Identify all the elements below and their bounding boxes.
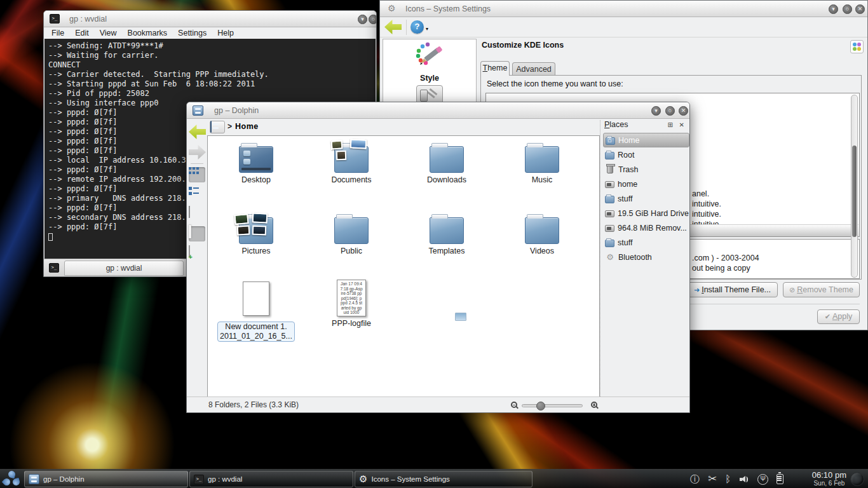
menu-edit[interactable]: Edit: [75, 29, 89, 37]
split-view-icon: +: [189, 245, 190, 257]
places-item-root[interactable]: Root: [603, 147, 689, 162]
folder-tile-templates[interactable]: Templates: [408, 212, 485, 255]
forward-arrow-icon: [189, 145, 206, 159]
menu-view[interactable]: View: [100, 29, 117, 37]
file-tile-ppp-logfile[interactable]: Jan 17 09:4 7:18 gp-Asp ire-5738 pp pd[1…: [313, 278, 390, 328]
task-wvdial[interactable]: >_ gp : wvdial: [189, 471, 353, 487]
folder-tile-pictures[interactable]: Pictures: [217, 212, 295, 255]
maximize-button[interactable]: ○: [369, 15, 376, 24]
menu-help[interactable]: Help: [217, 29, 234, 37]
help-icon[interactable]: ?: [410, 20, 424, 34]
check-icon: ✔: [825, 313, 831, 320]
zoom-out-icon[interactable]: [511, 402, 517, 408]
volume-icon[interactable]: [739, 475, 749, 484]
dolphin-statusbar: 8 Folders, 2 Files (3.3 KiB): [187, 396, 689, 412]
folder-tile-public[interactable]: Public: [313, 212, 390, 255]
tab-theme[interactable]: Theme: [480, 61, 510, 76]
zoom-slider[interactable]: [522, 404, 583, 407]
theme-description-fragment: out being a copy: [692, 264, 750, 273]
zoom-in-icon[interactable]: [591, 402, 597, 408]
folder-tile-documents[interactable]: Documents: [313, 141, 390, 184]
folder-tile-music[interactable]: Music: [503, 141, 581, 184]
trash-icon: [607, 165, 613, 173]
minimize-button[interactable]: ▾: [358, 15, 367, 24]
dolphin-title: gp – Dolphin: [214, 106, 259, 115]
places-item-home[interactable]: ⌂ Home: [603, 133, 689, 147]
zoom-slider-handle[interactable]: [536, 402, 545, 410]
breadcrumb-home-button[interactable]: [210, 121, 225, 133]
dolphin-titlebar[interactable]: gp – Dolphin ▾ ○ ✕: [187, 102, 689, 119]
folder-label: Downloads: [408, 175, 485, 184]
minimize-button[interactable]: ▾: [829, 4, 838, 14]
removable-drive-icon: [605, 225, 614, 232]
remove-theme-button[interactable]: ⊘Remove Theme: [783, 282, 860, 297]
folder-view[interactable]: Desktop Documents Downloads Music: [207, 135, 600, 398]
clock-date: Sun, 6 Feb: [812, 480, 846, 487]
file-tile-new-document[interactable]: New document 1. 2011_01_20_16_5...: [217, 278, 295, 342]
maximize-button[interactable]: ○: [843, 4, 852, 14]
battery-icon[interactable]: [776, 474, 783, 484]
chevron-down-icon[interactable]: ▾: [426, 26, 428, 32]
taskbar: gp – Dolphin >_ gp : wvdial ⚙ Icons – Sy…: [0, 469, 868, 488]
blank-document-icon: [243, 281, 269, 316]
back-button[interactable]: [189, 124, 205, 139]
close-button[interactable]: ✕: [855, 4, 865, 14]
breadcrumb-separator: >: [227, 122, 232, 131]
sidebar-item-style[interactable]: Style: [383, 42, 476, 83]
folder-tile-videos[interactable]: Videos: [503, 212, 581, 255]
places-panel-header[interactable]: Places ⊞ ✕: [603, 120, 689, 133]
columns-view-button[interactable]: [189, 207, 205, 222]
places-item-trash[interactable]: Trash: [603, 162, 689, 177]
apply-button[interactable]: ✔Apply: [817, 309, 860, 324]
terminal-titlebar[interactable]: >_ gp : wvdial ▾ ○ ✕: [44, 11, 376, 27]
details-view-button[interactable]: [189, 187, 205, 202]
task-dolphin[interactable]: gp – Dolphin: [24, 471, 188, 487]
info-tray-icon[interactable]: ⓘ: [690, 474, 700, 484]
folder-icon: [525, 217, 559, 244]
scrollbar-thumb[interactable]: [852, 146, 857, 237]
breadcrumb-home-label[interactable]: Home: [235, 122, 259, 131]
places-item-removable[interactable]: 964.8 MiB Remov...: [603, 220, 689, 235]
icons-view-button[interactable]: [189, 167, 205, 182]
preview-toggle-button[interactable]: [189, 226, 205, 241]
split-view-button[interactable]: +: [189, 246, 205, 261]
clock[interactable]: 06:10 pm Sun, 6 Feb: [812, 470, 846, 487]
maximize-button[interactable]: ○: [665, 106, 675, 116]
terminal-title: gp : wvdial: [69, 15, 107, 24]
hard-drive-icon: [605, 181, 614, 188]
folder-tile-downloads[interactable]: Downloads: [408, 141, 485, 184]
clipboard-scissors-icon[interactable]: ✂: [708, 474, 717, 484]
terminal-icon: >_: [194, 475, 204, 484]
back-arrow-icon[interactable]: [384, 20, 402, 34]
places-item-hard-drive[interactable]: 19.5 GiB Hard Drive: [603, 206, 689, 220]
install-theme-button[interactable]: ➜Install Theme File...: [687, 282, 778, 297]
minimize-button[interactable]: ▾: [651, 106, 661, 116]
task-system-settings[interactable]: ⚙ Icons – System Settings: [355, 471, 532, 487]
columns-view-icon: [189, 206, 190, 218]
bluetooth-tray-icon[interactable]: ᛒ: [725, 474, 731, 484]
menu-file[interactable]: File: [51, 29, 64, 37]
terminal-tab[interactable]: gp : wvdial: [64, 261, 184, 276]
page-title: Customize KDE Icons: [482, 41, 564, 50]
close-button[interactable]: ✕: [679, 106, 688, 116]
places-item-home-partition[interactable]: home: [603, 177, 689, 191]
app-launcher-button[interactable]: [1, 470, 23, 488]
menu-bookmarks[interactable]: Bookmarks: [128, 29, 168, 37]
new-tab-button[interactable]: >_: [49, 263, 59, 273]
scrollbar[interactable]: [851, 95, 858, 278]
panel-cashew-icon[interactable]: [850, 472, 864, 486]
forward-button[interactable]: [189, 144, 205, 159]
desktop-folder-icon: [239, 146, 273, 173]
detach-panel-icon[interactable]: ⊞: [668, 121, 673, 128]
folder-label: Videos: [503, 247, 581, 255]
usb-device-icon[interactable]: Ψ: [757, 474, 768, 485]
folder-tile-desktop[interactable]: Desktop: [217, 141, 295, 184]
places-item-stuff[interactable]: stuff: [603, 191, 689, 206]
menu-settings[interactable]: Settings: [178, 29, 207, 37]
tab-advanced[interactable]: Advanced: [512, 62, 555, 76]
system-settings-titlebar[interactable]: ⚙ Icons – System Settings ▾ ○ ✕: [380, 1, 867, 17]
places-item-bluetooth[interactable]: ⚙ Bluetooth: [603, 250, 689, 264]
close-panel-icon[interactable]: ✕: [679, 121, 684, 128]
places-item-stuff2[interactable]: stuff: [603, 235, 689, 250]
system-settings-toolbar: ? ▾: [380, 17, 867, 37]
